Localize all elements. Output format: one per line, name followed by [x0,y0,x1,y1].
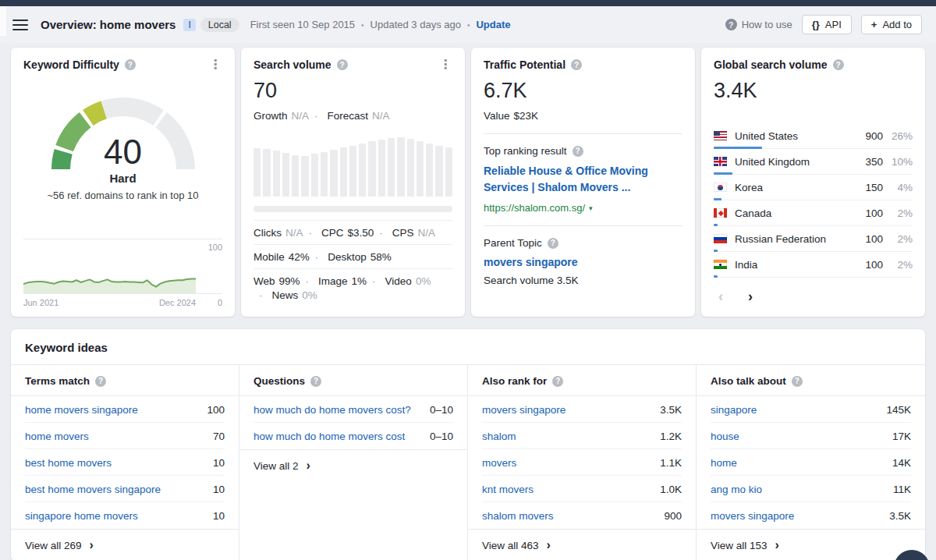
stat-value: 0% [416,275,431,287]
menu-icon[interactable] [12,19,28,30]
country-volume: 100 [865,233,883,245]
top-ranking-result-link[interactable]: Reliable House & Office Moving Services … [484,163,682,196]
keyword-link[interactable]: best home movers [25,457,112,469]
keyword-row[interactable]: ang mo kio 11K [697,476,925,502]
keyword-row[interactable]: movers singapore 3.5K [697,502,925,529]
stat-value: $3.50 [348,227,374,239]
keyword-link[interactable]: singapore home movers [25,510,138,522]
volume-bar [311,154,318,197]
help-icon[interactable]: ? [552,376,563,387]
help-icon[interactable]: ? [571,59,582,70]
keyword-row[interactable]: how much do home movers cost 0–10 [239,423,467,449]
keyword-volume: 1.1K [660,457,682,469]
keyword-row[interactable]: movers 1.1K [468,449,696,476]
keyword-link[interactable]: home [711,457,737,469]
keyword-row[interactable]: home movers 70 [11,423,239,449]
parent-topic-link[interactable]: movers singapore [484,256,578,268]
help-icon[interactable]: ? [337,59,348,70]
keyword-row[interactable]: shalom movers 900 [468,502,696,529]
search-volume-stats: ClicksN/ACPC$3.50CPSN/A Mobile42%Desktop… [254,220,452,307]
keyword-row[interactable]: best home movers 10 [11,449,239,476]
country-flag-icon [714,234,727,243]
chevron-right-icon: › [547,539,551,551]
help-icon[interactable]: ? [833,59,844,70]
view-all-link[interactable]: View all 463 › [468,529,696,560]
keyword-volume: 145K [886,404,911,416]
x-axis-start-label: Jun 2021 [23,298,58,307]
kebab-menu-icon[interactable]: ⋮ [205,57,225,73]
also-rank-for-rows: movers singapore 3.5K shalom 1.2K movers… [468,396,696,529]
stat-label: Growth [254,110,288,122]
stat-label: Desktop [328,251,367,263]
keyword-link[interactable]: best home movers singapore [25,484,161,495]
caret-down-icon[interactable]: ▾ [589,204,593,212]
keyword-row[interactable]: home 14K [697,449,925,476]
country-share: 26% [883,130,913,142]
keyword-link[interactable]: movers [482,457,516,469]
country-volume: 100 [865,207,883,219]
help-icon[interactable]: ? [310,376,321,387]
country-share: 4% [883,182,913,193]
keyword-link[interactable]: house [711,431,739,442]
stat-pair: Image1% [300,275,367,287]
keyword-link[interactable]: home movers singapore [25,404,138,416]
keyword-row[interactable]: movers singapore 3.5K [468,396,696,423]
difficulty-gauge: 40 Hard [41,85,206,179]
view-all-link[interactable]: View all 2 › [239,449,467,481]
y-axis-max-label: 100 [208,243,222,252]
api-button[interactable]: {} API [802,15,852,34]
help-icon[interactable]: ? [573,146,583,157]
growth-forecast-line: GrowthN/AForecastN/A [254,110,452,122]
help-icon[interactable]: ? [792,376,803,387]
sidebar-edge [0,6,6,36]
country-name: United Kingdom [735,156,810,168]
braces-icon: {} [812,19,820,30]
keyword-link[interactable]: how much do home movers cost? [254,404,411,416]
keyword-volume: 100 [207,404,225,416]
stat-value: N/A [418,227,436,239]
keyword-link[interactable]: knt movers [482,484,534,495]
keyword-link[interactable]: movers singapore [482,404,566,416]
keyword-link[interactable]: ang mo kio [711,484,762,495]
keyword-row[interactable]: shalom 1.2K [468,423,696,449]
keyword-row[interactable]: best home movers singapore 10 [11,476,239,502]
keyword-volume: 900 [664,510,682,522]
browser-top-strip [0,0,936,6]
how-to-use-link[interactable]: ? How to use [725,19,792,30]
keyword-row[interactable]: how much do home movers cost? 0–10 [239,396,467,423]
add-to-button[interactable]: + Add to [861,15,922,34]
keyword-link[interactable]: how much do home movers cost [254,431,405,442]
help-icon[interactable]: ? [95,376,106,387]
prev-page-icon[interactable]: ‹ [718,289,723,303]
search-volume-value: 70 [254,79,452,103]
kebab-menu-icon[interactable]: ⋮ [435,57,456,73]
volume-bar [340,147,347,197]
keyword-volume: 10 [213,457,225,469]
top-ranking-result-url[interactable]: https://shalom.com.sg/ ▾ [484,202,682,214]
keyword-row[interactable]: house 17K [697,423,925,449]
keyword-link[interactable]: movers singapore [711,510,794,522]
questions-column: Questions ? how much do home movers cost… [239,365,468,560]
stat-pair: Web99% [254,275,300,287]
keyword-row[interactable]: knt movers 1.0K [468,476,696,502]
timeline-scrollbar[interactable] [254,206,452,212]
update-link[interactable]: Update [476,19,510,30]
country-share: 2% [883,207,913,219]
help-icon[interactable]: ? [125,59,136,70]
next-page-icon[interactable]: › [748,289,753,303]
overview-content: Keyword Difficulty ? ⋮ 40 Hard ~56 ref. … [0,48,936,560]
volume-bar [426,144,433,197]
keyword-link[interactable]: shalom movers [482,510,554,522]
keyword-link[interactable]: home movers [25,431,89,442]
keyword-ideas-card: Keyword ideas Terms match ? home movers … [11,329,925,560]
keyword-row[interactable]: singapore home movers 10 [11,502,239,529]
view-all-link[interactable]: View all 269 › [11,529,239,560]
view-all-link[interactable]: View all 153 › [697,529,925,560]
keyword-row[interactable]: home movers singapore 100 [11,396,239,423]
help-icon[interactable]: ? [548,238,558,249]
local-badge[interactable]: Local [200,18,239,32]
keyword-row[interactable]: singapore 145K [697,396,925,423]
keyword-link[interactable]: shalom [482,431,516,442]
keyword-link[interactable]: singapore [711,404,757,416]
keyword-list-badge[interactable]: I [183,19,195,31]
